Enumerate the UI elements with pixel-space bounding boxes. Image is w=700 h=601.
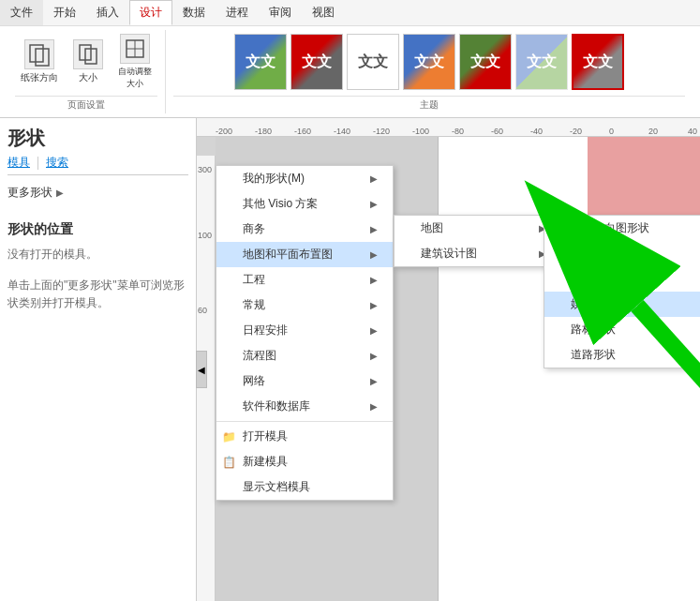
open-stencil-icon: 📁 — [222, 430, 236, 443]
submenu-arrow-2: ▶ — [370, 224, 378, 234]
theme-2[interactable]: 文文 — [290, 34, 343, 90]
ribbon-tabs: 文件 开始 插入 设计 数据 进程 审阅 视图 — [0, 0, 700, 26]
menu-map-floor[interactable]: 地图和平面布置图 ▶ — [216, 242, 393, 267]
theme-7[interactable]: 文文 — [572, 34, 624, 90]
svg-line-8 — [637, 306, 700, 399]
tab-process[interactable]: 进程 — [216, 0, 259, 25]
ruler-top: -200 -180 -160 -140 -120 -100 -80 -60 -4… — [197, 118, 700, 137]
sidebar-tabs: 模具 搜索 — [7, 155, 188, 175]
menu-show-doc-stencil[interactable]: 显示文档模具 — [216, 474, 393, 500]
main-area: 形状 模具 搜索 更多形状 ▶ 形状的位置 没有打开的模具。 单击上面的"更多形… — [0, 118, 700, 601]
menu-metro-shapes[interactable]: 地铁形状 — [544, 266, 700, 292]
tab-search[interactable]: 搜索 — [46, 155, 68, 171]
theme-5[interactable]: 文文 — [459, 34, 512, 90]
submenu-arrow-1: ▶ — [370, 199, 378, 209]
btn-auto[interactable]: 自动调整 大小 — [112, 30, 157, 94]
tab-start[interactable]: 开始 — [43, 0, 86, 25]
submenu-arrow-5: ▶ — [370, 300, 378, 310]
menu-other-visio[interactable]: 其他 Visio 方案 ▶ — [216, 191, 393, 217]
tab-insert[interactable]: 插入 — [86, 0, 129, 25]
canvas-drawing: 我的形状(M) ▶ 其他 Visio 方案 ▶ 商务 ▶ 地图和平面布置图 ▶ — [216, 137, 700, 601]
submenu-arrow-0: ▶ — [370, 173, 378, 184]
group-theme-label: 主题 — [173, 96, 685, 113]
submenu-map-building[interactable]: 建筑设计图 ▶ — [395, 241, 561, 266]
tab-review[interactable]: 审阅 — [259, 0, 302, 25]
menu-new-stencil[interactable]: 📋 新建模具 — [216, 449, 393, 474]
section-title: 形状的位置 — [7, 221, 188, 238]
btn-size[interactable]: 大小 — [67, 36, 109, 88]
menu-schedule[interactable]: 日程安排 ▶ — [216, 318, 393, 343]
ribbon-content: 纸张方向 大小 自动调整 大小 页面设置 文 — [0, 26, 700, 117]
tab-file[interactable]: 文件 — [0, 0, 43, 25]
size-icon — [73, 39, 103, 69]
group-theme: 文文 文文 文文 文文 文文 文文 文文 主题 — [166, 30, 693, 113]
group-page-setup-label: 页面设置 — [15, 96, 157, 113]
submenu-map-floor: 地图 ▶ 建筑设计图 ▶ — [394, 215, 562, 267]
sidebar-title: 形状 — [7, 126, 188, 151]
tab-design[interactable]: 设计 — [129, 0, 172, 25]
theme-6[interactable]: 文文 — [515, 34, 568, 90]
no-template-text: 没有打开的模具。 — [7, 246, 188, 263]
theme-3[interactable]: 文文 — [347, 34, 399, 90]
new-stencil-icon: 📋 — [222, 456, 236, 469]
menu-engineering[interactable]: 工程 ▶ — [216, 267, 393, 293]
menu-traffic-shapes[interactable]: 交通形状 — [544, 241, 700, 266]
menu-business[interactable]: 商务 ▶ — [216, 217, 393, 242]
submenu-arrow-8: ▶ — [370, 376, 378, 386]
svg-rect-0 — [30, 45, 43, 62]
submenu-arrow-3: ▶ — [370, 249, 378, 260]
submenu-arrow-4: ▶ — [370, 275, 378, 285]
tab-shapes[interactable]: 模具 — [7, 155, 30, 171]
sidebar: 形状 模具 搜索 更多形状 ▶ 形状的位置 没有打开的模具。 单击上面的"更多形… — [0, 118, 197, 601]
green-arrow — [628, 296, 700, 409]
svg-rect-1 — [36, 49, 49, 66]
menu-general[interactable]: 常规 ▶ — [216, 293, 393, 318]
more-shapes-arrow-icon: ▶ — [56, 188, 64, 198]
menu-3d-shapes[interactable]: 三维方向图形状 — [544, 216, 700, 241]
sidebar-collapse-btn[interactable]: ◀ — [196, 351, 207, 388]
submenu-map-map[interactable]: 地图 ▶ — [395, 216, 561, 241]
menu-network[interactable]: 网络 ▶ — [216, 368, 393, 394]
tab-data[interactable]: 数据 — [172, 0, 216, 25]
submenu-arrow-7: ▶ — [370, 351, 378, 361]
theme-4[interactable]: 文文 — [403, 34, 455, 90]
main-context-menu: 我的形状(M) ▶ 其他 Visio 方案 ▶ 商务 ▶ 地图和平面布置图 ▶ — [216, 165, 394, 501]
ribbon: 文件 开始 插入 设计 数据 进程 审阅 视图 纸张方向 — [0, 0, 700, 118]
menu-flowchart[interactable]: 流程图 ▶ — [216, 343, 393, 368]
btn-orientation[interactable]: 纸张方向 — [15, 36, 64, 88]
canvas: -200 -180 -160 -140 -120 -100 -80 -60 -4… — [197, 118, 700, 601]
more-shapes-btn[interactable]: 更多形状 ▶ — [7, 183, 188, 203]
auto-icon — [120, 34, 150, 64]
submenu-arrow-9: ▶ — [370, 401, 378, 412]
submenu-arrow-6: ▶ — [370, 325, 378, 336]
sidebar-section: 形状的位置 没有打开的模具。 单击上面的"更多形状"菜单可浏览形状类别并打开模具… — [7, 221, 188, 313]
tab-view[interactable]: 视图 — [302, 0, 345, 25]
hint-text: 单击上面的"更多形状"菜单可浏览形状类别并打开模具。 — [7, 277, 188, 312]
menu-open-stencil[interactable]: 📁 打开模具 — [216, 424, 393, 449]
menu-my-shapes[interactable]: 我的形状(M) ▶ — [216, 166, 393, 191]
menu-software-db[interactable]: 软件和数据库 ▶ — [216, 394, 393, 419]
theme-1[interactable]: 文文 — [234, 34, 287, 90]
group-page-setup: 纸张方向 大小 自动调整 大小 页面设置 — [7, 30, 166, 113]
orientation-icon — [24, 39, 54, 69]
